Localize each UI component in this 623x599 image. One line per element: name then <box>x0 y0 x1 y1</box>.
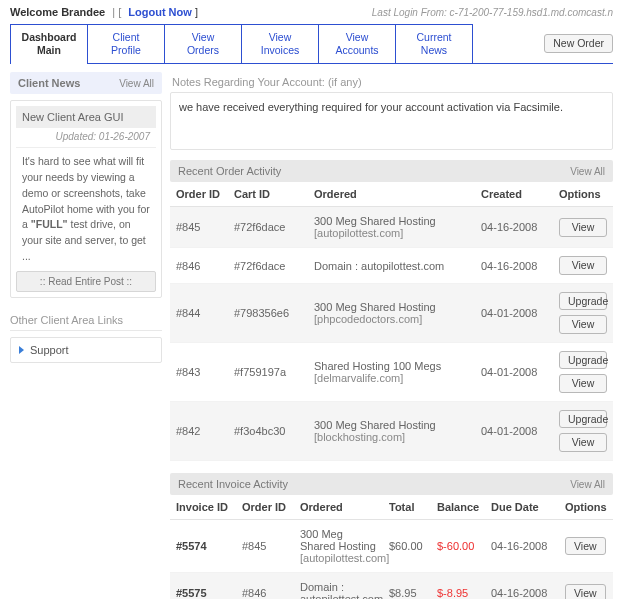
table-row: #846 #72f6dace Domain : autopilottest.co… <box>170 248 613 284</box>
view-button[interactable]: View <box>565 584 606 600</box>
tab-view-accounts[interactable]: View Accounts <box>318 24 396 63</box>
cell-created: 04-01-2008 <box>475 283 553 342</box>
cell-total: $60.00 <box>383 519 431 572</box>
tab-label-l1: Current <box>406 31 462 44</box>
cell-ordered: 300 Meg Shared Hosting[autopilottest.com… <box>308 207 475 248</box>
welcome-prefix: Welcome <box>10 6 61 18</box>
tab-label-l2: Main <box>21 44 77 57</box>
tab-label-l1: Dashboard <box>21 31 77 44</box>
table-row: #842 #f3o4bc30 300 Meg Shared Hosting[bl… <box>170 401 613 460</box>
cell-ordered: 300 Meg Shared Hosting[autopilottest.com… <box>294 519 383 572</box>
tab-label-l2: News <box>406 44 462 57</box>
view-button[interactable]: View <box>559 315 607 334</box>
cell-ordered: Domain : autopilottest.com <box>308 248 475 284</box>
tab-label-l2: Orders <box>175 44 231 57</box>
cell-cart-id: #72f6dace <box>228 248 308 284</box>
cell-ordered: 300 Meg Shared Hosting[phpcodedoctors.co… <box>308 283 475 342</box>
tab-label-l2: Accounts <box>329 44 385 57</box>
cell-order-id: #846 <box>236 572 294 599</box>
invoices-title: Recent Invoice Activity <box>178 478 288 490</box>
cell-due: 04-16-2008 <box>485 519 559 572</box>
tab-label-l1: Client <box>98 31 154 44</box>
pipe-separator: | [ <box>112 6 124 18</box>
upgrade-button[interactable]: Upgrade <box>559 292 607 311</box>
cell-order-id: #843 <box>170 342 228 401</box>
welcome-text: Welcome Brandee | [ Logout Now ] <box>10 6 198 18</box>
view-button[interactable]: View <box>565 537 606 556</box>
tab-label-l2: Profile <box>98 44 154 57</box>
cell-order-id: #844 <box>170 283 228 342</box>
cell-due: 04-16-2008 <box>485 572 559 599</box>
col-order-id: Order ID <box>236 495 294 520</box>
recent-invoices-header: Recent Invoice Activity View All <box>170 473 613 495</box>
welcome-end: ] <box>192 6 198 18</box>
cell-balance: $-60.00 <box>431 519 485 572</box>
table-row: #5574 #845 300 Meg Shared Hosting[autopi… <box>170 519 613 572</box>
upgrade-button[interactable]: Upgrade <box>559 351 607 370</box>
last-login: Last Login From: c-71-200-77-159.hsd1.md… <box>372 7 613 18</box>
sidebar-item-support[interactable]: Support <box>10 337 162 363</box>
logout-label: Logout Now <box>128 6 192 18</box>
news-updated: Updated: 01-26-2007 <box>16 128 156 148</box>
news-box: New Client Area GUI Updated: 01-26-2007 … <box>10 100 162 297</box>
cell-invoice-id: #5574 <box>170 519 236 572</box>
notes-box: we have received everything required for… <box>170 92 613 150</box>
client-news-title: Client News <box>18 77 80 89</box>
tab-view-orders[interactable]: View Orders <box>164 24 242 63</box>
client-news-view-all[interactable]: View All <box>119 78 154 89</box>
cell-created: 04-01-2008 <box>475 342 553 401</box>
cell-order-id: #845 <box>236 519 294 572</box>
news-body-bold: "FULL" <box>31 218 68 230</box>
tabs-bar: Dashboard Main Client Profile View Order… <box>10 24 613 64</box>
news-body: It's hard to see what will fit your need… <box>16 148 156 270</box>
tab-dashboard-main[interactable]: Dashboard Main <box>10 24 88 63</box>
view-button[interactable]: View <box>559 374 607 393</box>
welcome-username: Brandee <box>61 6 105 18</box>
table-row: #844 #798356e6 300 Meg Shared Hosting[ph… <box>170 283 613 342</box>
table-row: #5575 #846 Domain : autopilottest.com $8… <box>170 572 613 599</box>
view-button[interactable]: View <box>559 433 607 452</box>
col-options: Options <box>559 495 613 520</box>
cell-balance: $-8.95 <box>431 572 485 599</box>
notes-label: Notes Regarding Your Account: (if any) <box>170 72 613 92</box>
arrow-right-icon <box>19 346 24 354</box>
logout-link[interactable]: Logout Now <box>128 6 192 18</box>
cell-created: 04-16-2008 <box>475 207 553 248</box>
cell-ordered: 300 Meg Shared Hosting[blockhosting.com] <box>308 401 475 460</box>
cell-ordered: Shared Hosting 100 Megs[delmarvalife.com… <box>308 342 475 401</box>
cell-order-id: #842 <box>170 401 228 460</box>
read-entire-post-button[interactable]: :: Read Entire Post :: <box>16 271 156 292</box>
orders-view-all[interactable]: View All <box>570 166 605 177</box>
table-row: #843 #f759197a Shared Hosting 100 Megs[d… <box>170 342 613 401</box>
tab-client-profile[interactable]: Client Profile <box>87 24 165 63</box>
view-button[interactable]: View <box>559 256 607 275</box>
orders-table: Order ID Cart ID Ordered Created Options… <box>170 182 613 461</box>
sidebar-item-label: Support <box>30 344 69 356</box>
cell-total: $8.95 <box>383 572 431 599</box>
cell-cart-id: #798356e6 <box>228 283 308 342</box>
cell-invoice-id: #5575 <box>170 572 236 599</box>
cell-ordered: Domain : autopilottest.com <box>294 572 383 599</box>
col-created: Created <box>475 182 553 207</box>
tab-view-invoices[interactable]: View Invoices <box>241 24 319 63</box>
tab-label-l1: View <box>175 31 231 44</box>
client-news-header: Client News View All <box>10 72 162 94</box>
col-cart-id: Cart ID <box>228 182 308 207</box>
view-button[interactable]: View <box>559 218 607 237</box>
other-client-links-header: Other Client Area Links <box>10 314 162 331</box>
invoices-view-all[interactable]: View All <box>570 479 605 490</box>
col-options: Options <box>553 182 613 207</box>
news-post-title: New Client Area GUI <box>16 106 156 128</box>
col-ordered: Ordered <box>294 495 383 520</box>
tab-label-l1: View <box>329 31 385 44</box>
new-order-button[interactable]: New Order <box>544 34 613 53</box>
col-total: Total <box>383 495 431 520</box>
tab-current-news[interactable]: Current News <box>395 24 473 63</box>
cell-cart-id: #72f6dace <box>228 207 308 248</box>
cell-order-id: #845 <box>170 207 228 248</box>
col-balance: Balance <box>431 495 485 520</box>
tab-label-l1: View <box>252 31 308 44</box>
recent-orders-header: Recent Order Activity View All <box>170 160 613 182</box>
tab-label-l2: Invoices <box>252 44 308 57</box>
upgrade-button[interactable]: Upgrade <box>559 410 607 429</box>
